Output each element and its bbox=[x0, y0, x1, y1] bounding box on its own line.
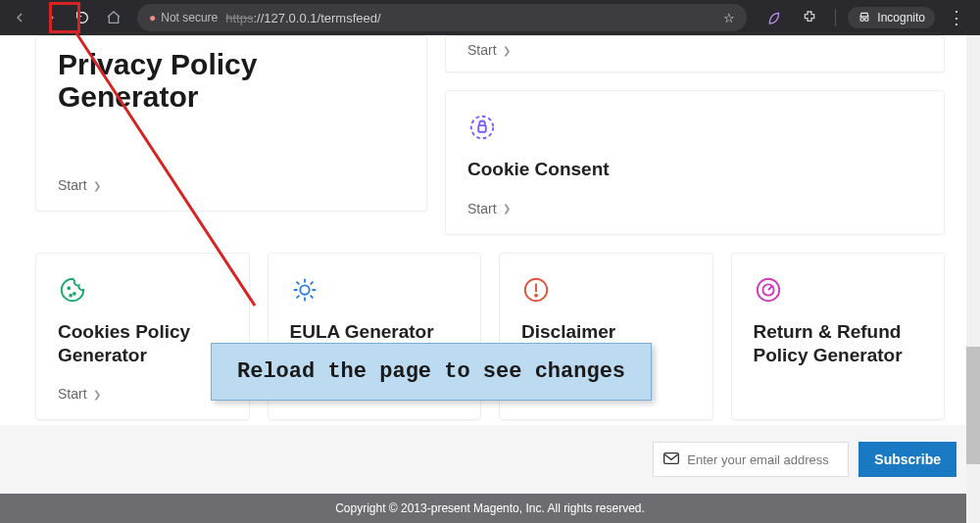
gear-icon bbox=[290, 275, 321, 307]
svg-rect-4 bbox=[478, 125, 486, 132]
svg-rect-14 bbox=[664, 453, 679, 464]
email-input[interactable] bbox=[687, 452, 852, 467]
back-button[interactable] bbox=[6, 4, 33, 31]
svg-point-3 bbox=[471, 117, 494, 139]
start-link[interactable]: Start❯ bbox=[58, 177, 101, 193]
svg-point-8 bbox=[300, 285, 309, 294]
cookie-icon bbox=[58, 275, 89, 307]
leaf-icon[interactable] bbox=[760, 4, 788, 31]
svg-point-6 bbox=[74, 293, 75, 295]
annotation-highlight-box bbox=[49, 2, 80, 33]
card-top-right-partial[interactable]: Start❯ bbox=[445, 35, 945, 72]
page-content: Privacy Policy Generator Start❯ Start❯ C… bbox=[0, 35, 980, 523]
alert-icon bbox=[521, 275, 553, 307]
chevron-right-icon: ❯ bbox=[93, 389, 101, 400]
svg-point-5 bbox=[68, 287, 70, 289]
warning-icon: ● bbox=[149, 11, 156, 24]
url-text: https://127.0.0.1/termsfeed/ bbox=[225, 11, 380, 25]
card-privacy-policy[interactable]: Privacy Policy Generator Start❯ bbox=[35, 35, 427, 212]
mail-icon bbox=[663, 451, 679, 468]
card-title: EULA Generator bbox=[290, 320, 460, 344]
card-cookie-consent[interactable]: Cookie Consent Start❯ bbox=[445, 90, 945, 235]
not-secure-badge: ● Not secure bbox=[149, 11, 218, 24]
extensions-icon[interactable] bbox=[796, 4, 823, 31]
email-input-wrapper[interactable] bbox=[653, 442, 849, 477]
menu-icon[interactable]: ⋮ bbox=[943, 4, 970, 31]
svg-point-11 bbox=[535, 294, 537, 296]
star-icon[interactable]: ☆ bbox=[723, 11, 735, 25]
address-bar[interactable]: ● Not secure https://127.0.0.1/termsfeed… bbox=[137, 4, 747, 31]
home-button[interactable] bbox=[100, 4, 127, 31]
svg-point-7 bbox=[70, 294, 72, 296]
chevron-right-icon: ❯ bbox=[503, 203, 511, 214]
svg-point-1 bbox=[865, 18, 869, 22]
chevron-right-icon: ❯ bbox=[503, 45, 511, 56]
target-icon bbox=[754, 275, 785, 307]
subscribe-bar: Subscribe bbox=[0, 425, 980, 494]
lock-icon bbox=[467, 113, 499, 144]
svg-point-0 bbox=[860, 18, 864, 22]
subscribe-button[interactable]: Subscribe bbox=[858, 442, 956, 477]
start-link[interactable]: Start❯ bbox=[467, 42, 922, 58]
scrollbar[interactable] bbox=[966, 35, 980, 523]
card-title: Cookie Consent bbox=[467, 158, 922, 181]
card-title: Privacy Policy Generator bbox=[58, 48, 405, 113]
start-link[interactable]: Start❯ bbox=[467, 201, 922, 216]
instruction-tooltip: Reload the page to see changes bbox=[211, 343, 652, 401]
scrollbar-thumb[interactable] bbox=[966, 347, 980, 464]
footer-copyright: Copyright © 2013-present Magento, Inc. A… bbox=[0, 494, 980, 523]
card-title: Cookies Policy Generator bbox=[58, 320, 227, 367]
incognito-badge[interactable]: Incognito bbox=[848, 7, 935, 28]
chevron-right-icon: ❯ bbox=[93, 180, 101, 191]
browser-toolbar: ● Not secure https://127.0.0.1/termsfeed… bbox=[0, 0, 980, 35]
card-return-refund[interactable]: Return & Refund Policy Generator bbox=[731, 253, 946, 421]
not-secure-label: Not secure bbox=[161, 11, 218, 24]
card-title: Return & Refund Policy Generator bbox=[754, 320, 923, 367]
start-link[interactable]: Start❯ bbox=[58, 386, 227, 402]
